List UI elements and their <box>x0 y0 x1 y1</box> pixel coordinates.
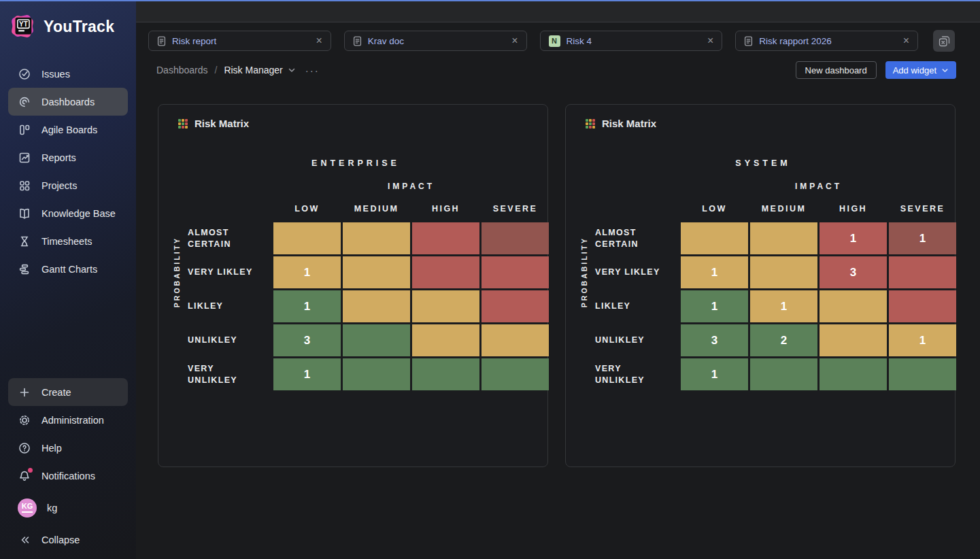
matrix-cell[interactable]: 1 <box>681 256 748 288</box>
sidebar-footer: Create Administration Help Notifications… <box>0 378 136 554</box>
matrix-cell <box>412 358 479 390</box>
matrix-cell[interactable]: 1 <box>681 290 748 322</box>
column-header-severe: SEVERE <box>889 204 956 214</box>
row-label: UNLIKLEY <box>188 335 271 345</box>
matrix-cell[interactable]: 1 <box>681 358 748 390</box>
collapse-label: Collapse <box>41 535 80 545</box>
sidebar-item-help[interactable]: Help <box>8 434 128 462</box>
sidebar-item-issues[interactable]: Issues <box>8 60 128 88</box>
column-header-medium: MEDIUM <box>750 204 817 214</box>
matrix-cell <box>820 290 887 322</box>
sidebar-item-timesheets[interactable]: Timesheets <box>8 227 128 255</box>
matrix-cell <box>343 290 410 322</box>
tab-label: Risk rapport 2026 <box>759 36 896 46</box>
column-header-low: LOW <box>681 204 748 214</box>
matrix-cell[interactable]: 1 <box>273 358 341 390</box>
sidebar-item-label: Gantt Charts <box>41 264 97 275</box>
app-logo[interactable]: YT YouTrack <box>0 1 136 41</box>
sidebar-item-label: Timesheets <box>41 236 92 247</box>
matrix-cell <box>273 222 341 254</box>
breadcrumb-dashboards[interactable]: Dashboards <box>156 65 208 75</box>
close-icon[interactable]: × <box>511 35 518 46</box>
matrix-cell[interactable]: 3 <box>273 324 341 356</box>
breadcrumb-separator: / <box>215 65 218 75</box>
matrix-cell <box>412 290 479 322</box>
matrix-cell <box>889 256 956 288</box>
row-label: LIKLEY <box>188 301 271 311</box>
notification-badge <box>28 468 33 473</box>
more-options-icon[interactable]: ··· <box>305 65 320 76</box>
sidebar-item-knowledge-base[interactable]: Knowledge Base <box>8 199 128 227</box>
sidebar-item-administration[interactable]: Administration <box>8 406 128 434</box>
matrix-cell <box>343 256 410 288</box>
matrix-cell <box>481 290 549 322</box>
tab-risk-rapport-2026[interactable]: Risk rapport 2026 × <box>735 31 918 51</box>
matrix-cell[interactable]: 1 <box>889 222 956 254</box>
matrix-cell <box>820 358 887 390</box>
sidebar-item-label: Dashboards <box>41 97 95 107</box>
close-icon[interactable]: × <box>903 35 909 46</box>
matrix-cell[interactable]: 2 <box>750 324 817 356</box>
matrix-cell[interactable]: 3 <box>820 256 887 288</box>
matrix-cell[interactable]: 1 <box>889 324 956 356</box>
window-accent-line <box>0 0 980 1</box>
add-widget-label: Add widget <box>893 65 936 75</box>
close-icon[interactable]: × <box>707 35 713 46</box>
sidebar-item-label: Help <box>41 443 62 454</box>
tab-manager-button[interactable] <box>933 30 955 52</box>
dashboard-toolbar: Dashboards / Risk Manager ··· New dashbo… <box>136 61 980 80</box>
matrix-cell[interactable]: 1 <box>750 290 817 322</box>
sidebar-item-dashboards[interactable]: Dashboards <box>8 88 128 116</box>
sidebar-item-reports[interactable]: Reports <box>8 143 128 171</box>
risk-matrix-icon <box>178 119 188 129</box>
matrix-cell <box>343 324 410 356</box>
sidebar-item-agile-boards[interactable]: Agile Boards <box>8 116 128 143</box>
matrix-cell <box>412 256 479 288</box>
matrix-cell <box>343 222 410 254</box>
matrix-cell <box>750 222 817 254</box>
window-bar <box>136 1 980 22</box>
sidebar-item-label: Projects <box>41 180 77 191</box>
row-label: UNLIKLEY <box>595 335 679 345</box>
tab-label: Risk report <box>172 36 309 46</box>
create-button[interactable]: Create <box>8 378 128 406</box>
matrix-cell <box>412 324 479 356</box>
column-header-high: HIGH <box>820 204 887 214</box>
tab-krav-doc[interactable]: Krav doc × <box>344 31 527 51</box>
matrix-cell <box>481 222 549 254</box>
sidebar-item-label: Administration <box>41 415 104 426</box>
matrix-cell[interactable]: 3 <box>681 324 748 356</box>
sidebar-item-projects[interactable]: Projects <box>8 171 128 199</box>
matrix-scope-title: SYSTEM <box>575 158 951 168</box>
widget-title: Risk Matrix <box>195 118 249 129</box>
sidebar-nav: Issues Dashboards Agile Boards Reports P… <box>0 60 136 283</box>
collapse-button[interactable]: Collapse <box>8 526 128 554</box>
dashboard-selector[interactable]: Risk Manager <box>224 65 295 75</box>
tab-risk-4[interactable]: N Risk 4 × <box>540 31 723 51</box>
projects-icon <box>18 179 31 192</box>
impact-axis-label: IMPACT <box>273 182 549 191</box>
sidebar-item-notifications[interactable]: Notifications <box>8 462 128 490</box>
matrix-cell[interactable]: 1 <box>273 290 341 322</box>
column-header-low: LOW <box>273 204 341 214</box>
matrix-cell[interactable]: 1 <box>820 222 887 254</box>
create-label: Create <box>41 387 71 398</box>
new-dashboard-button[interactable]: New dashboard <box>796 61 877 79</box>
collapse-chevrons-icon <box>18 533 31 547</box>
matrix-cell <box>889 358 956 390</box>
sidebar-item-label: Reports <box>41 152 76 163</box>
add-widget-button[interactable]: Add widget <box>885 61 956 79</box>
reports-icon <box>18 151 31 165</box>
user-menu[interactable]: KG kg <box>8 494 128 522</box>
tab-risk-report[interactable]: Risk report × <box>148 31 331 51</box>
matrix-cell <box>412 222 479 254</box>
timesheets-icon <box>18 235 31 248</box>
svg-text:YT: YT <box>19 20 29 28</box>
agile-boards-icon <box>18 123 31 137</box>
matrix-cell[interactable]: 1 <box>273 256 341 288</box>
sidebar-item-gantt-charts[interactable]: Gantt Charts <box>8 255 128 283</box>
row-label: VERY UNLIKLEY <box>595 363 679 386</box>
main-area: Risk report × Krav doc × N Risk 4 × Risk… <box>136 1 980 559</box>
close-icon[interactable]: × <box>316 35 322 46</box>
document-icon <box>157 36 166 46</box>
